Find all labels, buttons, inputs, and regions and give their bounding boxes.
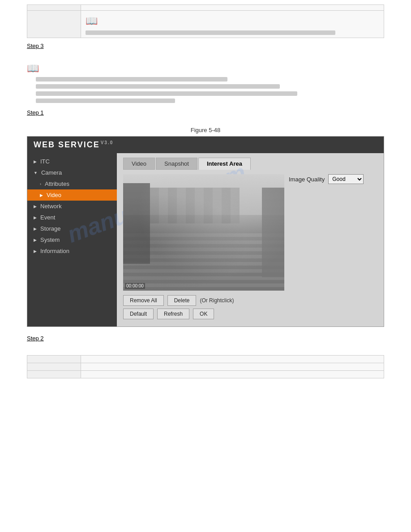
- tab-video[interactable]: Video: [123, 158, 155, 170]
- gray-bar-1: [86, 30, 335, 35]
- sidebar-item-event-label: Event: [40, 214, 55, 221]
- sidebar-item-system[interactable]: ▶ System: [27, 234, 117, 245]
- bottom-table-row2-right: [81, 371, 384, 378]
- ws-sidebar: ▶ ITC ▼ Camera › Attributes ▶ Video: [27, 153, 117, 326]
- sidebar-item-attributes-label: Attributes: [45, 180, 69, 187]
- bottom-table: [27, 355, 384, 378]
- tab-snapshot[interactable]: Snapshot: [156, 158, 197, 170]
- arrow-icon-itc: ▶: [34, 159, 37, 164]
- ws-logo-text: WEB SERVICE: [34, 140, 100, 149]
- sidebar-item-attributes[interactable]: › Attributes: [27, 178, 117, 189]
- or-rightclick-text: (Or Rightclick): [200, 297, 234, 304]
- tab-interest-area[interactable]: Interest Area: [198, 158, 251, 170]
- top-table: 📖: [27, 4, 384, 38]
- note-lines: [36, 77, 384, 103]
- ws-buttons-row2: Default Refresh OK: [123, 309, 377, 319]
- image-quality-label: Image Quality: [289, 176, 325, 183]
- arrow-icon-event: ▶: [34, 215, 37, 220]
- sidebar-item-information-label: Information: [40, 248, 69, 254]
- arrow-icon-storage: ▶: [34, 227, 37, 231]
- ws-side-controls: Image Quality Good Better Best Standard: [289, 174, 377, 189]
- ws-buttons-row1: Remove All Delete (Or Rightclick): [123, 295, 377, 306]
- step2-link[interactable]: Step 2: [27, 335, 44, 342]
- camera-view: 00:00:00: [123, 174, 284, 291]
- step3-link[interactable]: Step 3: [27, 43, 44, 49]
- ws-main: Video Snapshot Interest Area: [117, 153, 384, 326]
- arrow-icon-system: ▶: [34, 238, 37, 242]
- sidebar-item-video-label: Video: [47, 192, 61, 198]
- top-table-cell-left: [27, 11, 81, 38]
- note-line-2: [36, 84, 280, 89]
- remove-all-button[interactable]: Remove All: [123, 295, 164, 306]
- ok-button[interactable]: OK: [193, 309, 214, 319]
- top-table-header-right: [81, 5, 384, 11]
- refresh-button[interactable]: Refresh: [157, 309, 189, 319]
- image-quality-row: Image Quality Good Better Best Standard: [289, 174, 377, 184]
- webservice-ui: WEB SERVICEV3.0 ▶ ITC ▼ Camera ›: [27, 136, 384, 327]
- sidebar-item-storage-label: Storage: [40, 225, 61, 232]
- figure-label: Figure 5-48: [27, 127, 384, 133]
- sidebar-item-system-label: System: [40, 236, 60, 243]
- note-line-4: [36, 99, 175, 103]
- arrow-icon-network: ▶: [34, 204, 37, 209]
- note-line-1: [36, 77, 227, 82]
- sidebar-item-information[interactable]: ▶ Information: [27, 245, 117, 257]
- ws-version: V3.0: [101, 140, 114, 145]
- top-table-header-left: [27, 5, 81, 11]
- note-book-icon: 📖: [27, 63, 384, 74]
- sidebar-item-network-label: Network: [40, 203, 62, 210]
- ws-tabs: Video Snapshot Interest Area: [123, 158, 377, 170]
- sidebar-item-camera-label: Camera: [41, 169, 62, 176]
- ws-logo: WEB SERVICEV3.0: [34, 140, 113, 150]
- bottom-table-header-left: [27, 356, 81, 363]
- camera-timestamp: 00:00:00: [125, 283, 145, 289]
- camera-overlay: [123, 174, 284, 291]
- ws-content-area: 00:00:00 Image Quality Good Better Best: [123, 174, 377, 291]
- image-quality-select[interactable]: Good Better Best Standard: [328, 174, 364, 184]
- book-icon: 📖: [86, 15, 98, 27]
- note-line-3: [36, 91, 297, 96]
- arrow-icon-video: ▶: [40, 193, 43, 197]
- sidebar-item-video[interactable]: ▶ Video: [27, 189, 117, 201]
- note-section: 📖: [27, 63, 384, 103]
- ws-header: WEB SERVICEV3.0: [27, 137, 384, 153]
- default-button[interactable]: Default: [123, 309, 154, 319]
- step1-link[interactable]: Step 1: [27, 109, 44, 116]
- bottom-table-header-right: [81, 356, 384, 363]
- sidebar-item-camera[interactable]: ▼ Camera: [27, 167, 117, 178]
- sidebar-item-network[interactable]: ▶ Network: [27, 201, 117, 212]
- top-table-cell-right: 📖: [81, 11, 384, 38]
- camera-bg: [123, 174, 284, 291]
- ws-body: ▶ ITC ▼ Camera › Attributes ▶ Video: [27, 153, 384, 326]
- arrow-icon-information: ▶: [34, 249, 37, 253]
- sidebar-item-event[interactable]: ▶ Event: [27, 212, 117, 223]
- bottom-table-row1-right: [81, 363, 384, 371]
- sidebar-item-storage[interactable]: ▶ Storage: [27, 223, 117, 234]
- bottom-table-row1-left: [27, 363, 81, 371]
- bottom-table-row2-left: [27, 371, 81, 378]
- sidebar-item-itc-label: ITC: [40, 158, 50, 165]
- arrow-icon-attributes: ›: [40, 182, 41, 186]
- arrow-icon-camera: ▼: [34, 171, 38, 175]
- webservice-container: manualsave.com WEB SERVICEV3.0 ▶ ITC ▼: [27, 136, 384, 333]
- delete-button[interactable]: Delete: [167, 295, 197, 306]
- sidebar-item-itc[interactable]: ▶ ITC: [27, 156, 117, 167]
